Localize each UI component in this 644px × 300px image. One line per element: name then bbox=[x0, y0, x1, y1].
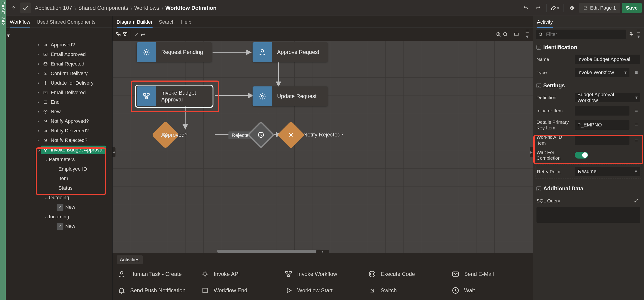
sql-editor[interactable] bbox=[536, 207, 640, 223]
redo-button[interactable] bbox=[533, 3, 543, 13]
toggle-wait[interactable] bbox=[575, 152, 588, 159]
node-label: Approve Request bbox=[272, 49, 324, 56]
label-retry: Retry Point bbox=[537, 169, 572, 174]
tree-item[interactable]: ›Update for Delivery bbox=[6, 78, 112, 88]
tab-activity[interactable]: Activity bbox=[537, 16, 553, 28]
tree-item-incoming-new[interactable]: New bbox=[6, 221, 112, 231]
select-type[interactable]: Invoke Workflow▾ bbox=[575, 68, 630, 77]
input-workflow-id[interactable] bbox=[575, 135, 630, 145]
shared-components-icon[interactable] bbox=[567, 3, 578, 13]
palette-header: Activities bbox=[116, 255, 143, 264]
fit-screen-icon[interactable] bbox=[514, 32, 519, 37]
node-label: Request Pending bbox=[156, 49, 208, 56]
edit-page-button[interactable]: Edit Page 1 bbox=[579, 3, 620, 13]
straight-connector-icon[interactable] bbox=[134, 32, 139, 37]
select-definition[interactable]: Budget Approval Workflow▾ bbox=[575, 93, 640, 102]
node-approve-request[interactable]: Approve Request bbox=[252, 42, 328, 62]
release-tag: EASE_242 bbox=[0, 0, 6, 300]
palette-execute-code[interactable]: Execute Code bbox=[365, 266, 447, 282]
palette-send-email[interactable]: Send E-Mail bbox=[448, 266, 531, 282]
run-button[interactable] bbox=[20, 3, 31, 14]
tab-diagram-builder[interactable]: Diagram Builder bbox=[116, 16, 152, 28]
view-options-icon[interactable]: ▾ bbox=[525, 29, 530, 40]
tree-item-outgoing[interactable]: ⌄Outgoing bbox=[6, 193, 112, 202]
palette-switch[interactable]: Switch bbox=[365, 283, 447, 298]
node-request-pending[interactable]: Request Pending bbox=[136, 42, 212, 62]
input-details-pk[interactable]: P_EMPNO bbox=[575, 120, 630, 130]
palette-push-notif[interactable]: Send Push Notification bbox=[114, 283, 197, 298]
section-identification[interactable]: ⌄Identification bbox=[533, 41, 644, 53]
options-icon[interactable]: ≡ bbox=[632, 68, 640, 77]
palette-invoke-api[interactable]: Invoke API bbox=[198, 266, 280, 282]
tree-item[interactable]: ›Email Delivered bbox=[6, 88, 112, 97]
diagram-canvas[interactable]: Request Pending Approve Request Invoke B… bbox=[112, 41, 532, 253]
label-type: Type bbox=[536, 70, 572, 75]
options-icon[interactable]: ≡ bbox=[632, 135, 640, 145]
tree-view-toggle[interactable]: ▾ bbox=[6, 28, 112, 39]
node-update-request[interactable]: Update Request bbox=[252, 86, 328, 106]
tree-item-parameters[interactable]: ⌄Parameters bbox=[6, 155, 112, 164]
svg-rect-19 bbox=[144, 94, 146, 95]
zoom-out-icon[interactable] bbox=[502, 32, 508, 37]
node-invoke-budget[interactable]: Invoke Budget Approval bbox=[136, 86, 212, 106]
panel-menu-icon[interactable]: ▾ bbox=[636, 29, 641, 40]
elbow-connector-icon[interactable] bbox=[140, 32, 146, 37]
section-additional-data[interactable]: ⌄Additional Data bbox=[533, 182, 644, 194]
filter-input[interactable] bbox=[536, 30, 626, 39]
gear-icon bbox=[136, 42, 156, 62]
tree-item[interactable]: ›End bbox=[6, 97, 112, 107]
tree-item[interactable]: ›Confirm Delivery bbox=[6, 69, 112, 78]
tree-item-status[interactable]: Status bbox=[6, 183, 112, 193]
tab-search[interactable]: Search bbox=[159, 16, 175, 28]
tab-workflow[interactable]: Workflow bbox=[10, 16, 30, 28]
palette-wait[interactable]: Wait bbox=[448, 283, 531, 298]
collapse-right[interactable]: ▶ bbox=[530, 147, 532, 157]
tree-item-invoke-budget[interactable]: ⌄ Invoke Budget Approval bbox=[6, 145, 112, 155]
tree-item-outgoing-new[interactable]: New bbox=[6, 202, 112, 212]
crumb-shared[interactable]: Shared Components bbox=[78, 5, 128, 11]
utilities-icon[interactable]: ▾ bbox=[550, 3, 560, 13]
input-name[interactable]: Invoke Budget Approval bbox=[575, 55, 640, 64]
tab-used-shared[interactable]: Used Shared Components bbox=[36, 16, 96, 28]
save-button[interactable]: Save bbox=[622, 3, 642, 13]
svg-point-22 bbox=[262, 95, 264, 97]
tree-item[interactable]: ›Email Rejected bbox=[6, 59, 112, 69]
tree-item[interactable]: ›Notify Delivered? bbox=[6, 126, 112, 136]
zoom-in-icon[interactable] bbox=[496, 32, 501, 37]
input-initiator[interactable] bbox=[575, 106, 630, 116]
tree-item-employee-id[interactable]: Employee ID bbox=[6, 164, 112, 174]
canvas-expand-handle[interactable]: ▾ bbox=[316, 250, 330, 253]
pin-icon[interactable] bbox=[628, 32, 634, 37]
palette-workflow-start[interactable]: Workflow Start bbox=[281, 283, 364, 298]
edges-layer bbox=[112, 41, 532, 253]
tree-item[interactable]: ›Approved? bbox=[6, 40, 112, 50]
section-settings[interactable]: ⌄Settings bbox=[533, 79, 644, 91]
options-icon[interactable]: ≡ bbox=[632, 106, 640, 116]
palette-human-task[interactable]: Human Task - Create bbox=[114, 266, 197, 282]
layout-tool-1-icon[interactable] bbox=[116, 32, 121, 37]
collapse-left[interactable]: ◀ bbox=[112, 147, 116, 157]
tree-item[interactable]: ›Notify Rejected? bbox=[6, 136, 112, 145]
palette-invoke-workflow[interactable]: Invoke Workflow bbox=[281, 266, 364, 282]
nav-up-button[interactable] bbox=[8, 3, 18, 13]
tree-item-item[interactable]: Item bbox=[6, 174, 112, 183]
palette-workflow-end[interactable]: Workflow End bbox=[198, 283, 280, 298]
expand-sql-icon[interactable] bbox=[632, 196, 640, 205]
svg-rect-9 bbox=[45, 151, 46, 151]
crumb-app[interactable]: Application 107 bbox=[35, 5, 72, 11]
svg-rect-7 bbox=[44, 148, 45, 149]
options-icon[interactable]: ≡ bbox=[632, 120, 640, 130]
crumb-workflows[interactable]: Workflows bbox=[134, 5, 159, 11]
node-label: Invoke Budget Approval bbox=[156, 89, 201, 103]
layout-tool-2-icon[interactable] bbox=[122, 32, 128, 37]
gear-icon bbox=[252, 86, 272, 106]
svg-rect-10 bbox=[116, 33, 118, 34]
tab-help[interactable]: Help bbox=[181, 16, 191, 28]
tree-item[interactable]: ›Notify Approved? bbox=[6, 116, 112, 126]
tree-item[interactable]: ›New bbox=[6, 107, 112, 116]
select-retry[interactable]: Resume▾ bbox=[575, 167, 640, 176]
undo-button[interactable] bbox=[520, 3, 531, 13]
canvas-scrollbar-h[interactable] bbox=[217, 250, 478, 253]
tree-item-incoming[interactable]: ⌄Incoming bbox=[6, 212, 112, 221]
tree-item[interactable]: ›Email Approved bbox=[6, 50, 112, 59]
